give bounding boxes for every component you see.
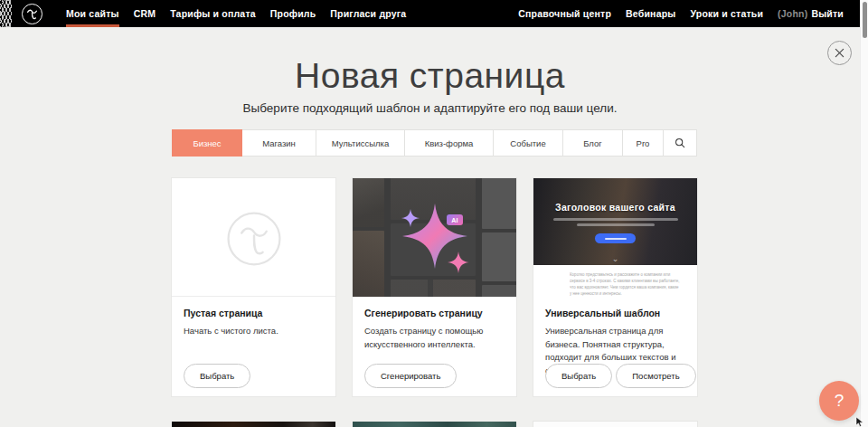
tilda-watermark-icon [224,209,284,269]
tab-blog[interactable]: Блог [563,129,623,157]
nav-label: CRM [134,8,156,19]
ai-badge: AI [447,214,463,225]
nav-label: Справочный центр [518,8,611,19]
hero-subtext-line [577,223,655,226]
template-hero-image: Заголовок вашего сайта ⌄ [533,178,697,265]
scrollbar[interactable] [860,0,868,427]
tilda-logo-icon [22,4,42,24]
card-title: Сгенерировать страницу [364,308,505,318]
hero-cta-button [595,233,636,243]
ai-sparkle-icon [353,178,516,297]
nav-label: Уроки и статьи [690,8,763,19]
blank-page-preview [172,178,335,297]
template-card-universal: Заголовок вашего сайта ⌄ Коротко предста… [533,178,697,396]
template-intro-paragraph: Коротко представьтесь и расскажите о ком… [570,271,681,297]
mouse-cursor [855,417,864,427]
ai-preview: AI [353,178,516,297]
tilda-logo[interactable] [22,4,42,24]
nav-label: Тарифы и оплата [170,8,256,19]
card-body: Универсальный шаблон Универсальная стран… [533,297,697,396]
nav-logout[interactable]: (John) Выйти [770,0,851,27]
template-hero-content: Заголовок вашего сайта ⌄ [533,178,697,265]
tab-event[interactable]: Событие [494,129,563,157]
nav-label: Профиль [270,8,316,19]
card-actions: Выбрать [184,364,250,388]
tab-quiz-form[interactable]: Квиз-форма [405,129,494,157]
tab-multilink[interactable]: Мультиссылка [316,129,405,157]
page-title: Новая страница [0,56,860,96]
close-icon [835,48,844,58]
template-hero-title: Заголовок вашего сайта [555,202,675,213]
next-row-card-preview[interactable] [353,422,516,427]
tab-label: Pro [637,138,650,148]
template-card-blank-page: Пустая страница Начать с чистого листа. … [172,178,335,396]
top-navigation-bar: Мои сайты CRM Тарифы и оплата Профиль Пр… [0,0,860,27]
scrollbar-thumb[interactable] [863,2,867,38]
close-button[interactable] [827,41,852,65]
nav-profile[interactable]: Профиль [263,0,324,27]
template-card-ai-generate: AI Сгенерировать страницу Создать страни… [353,178,516,396]
card-actions: Сгенерировать [364,364,457,388]
nav-invite-friend[interactable]: Пригласи друга [323,0,413,27]
tab-label: Магазин [262,138,296,148]
card-description: Начать с чистого листа. [184,325,324,338]
chevron-down-icon: ⌄ [533,255,697,263]
select-button[interactable]: Выбрать [184,364,250,388]
nav-label: Пригласи друга [330,8,406,19]
tab-shop[interactable]: Магазин [242,129,316,157]
active-tab-underline [66,24,119,27]
universal-template-preview: Заголовок вашего сайта ⌄ Коротко предста… [533,178,697,297]
card-description: Создать страницу с помощью искусственног… [364,325,505,351]
tab-label: Мультиссылка [332,138,390,148]
logout-label: Выйти [811,8,844,19]
nav-label: Вебинары [626,8,675,19]
next-row-card-preview[interactable] [533,422,697,427]
search-icon [675,138,685,148]
tab-search[interactable] [664,129,697,157]
card-title: Универсальный шаблон [545,308,685,318]
tab-label: Блог [583,138,602,148]
wave-pattern-strip [0,0,12,27]
generate-button[interactable]: Сгенерировать [364,364,457,388]
tab-business[interactable]: Бизнес [172,129,242,157]
username: (John) [778,8,807,19]
hero-cta-label-bar [605,238,627,240]
card-body: Сгенерировать страницу Создать страницу … [353,297,516,396]
next-row-card-preview[interactable] [172,422,335,427]
nav-crm[interactable]: CRM [127,0,164,27]
view-button[interactable]: Посмотреть [616,364,695,388]
nav-my-sites[interactable]: Мои сайты [59,0,127,27]
nav-lessons[interactable]: Уроки и статьи [683,0,770,27]
question-mark-icon: ? [835,391,844,411]
help-button[interactable]: ? [819,381,859,421]
nav-help-center[interactable]: Справочный центр [511,0,618,27]
tab-label: Квиз-форма [425,138,474,148]
card-actions: Выбрать Посмотреть [545,364,696,388]
template-category-tabs: Бизнес Магазин Мультиссылка Квиз-форма С… [172,129,697,157]
page-subtitle: Выберите подходящий шаблон и адаптируйте… [0,101,860,115]
nav-tariffs[interactable]: Тарифы и оплата [163,0,263,27]
tab-label: Событие [510,138,545,148]
nav-webinars[interactable]: Вебинары [618,0,683,27]
card-title: Пустая страница [184,308,324,318]
hero-subtext-line [553,218,678,221]
main-menu: Мои сайты CRM Тарифы и оплата Профиль Пр… [59,0,413,27]
tab-pro[interactable]: Pro [623,129,664,157]
tab-label: Бизнес [193,138,221,148]
card-body: Пустая страница Начать с чистого листа. … [172,297,335,396]
secondary-menu: Справочный центр Вебинары Уроки и статьи… [511,0,860,27]
select-button[interactable]: Выбрать [545,364,612,388]
nav-label: Мои сайты [66,8,119,19]
